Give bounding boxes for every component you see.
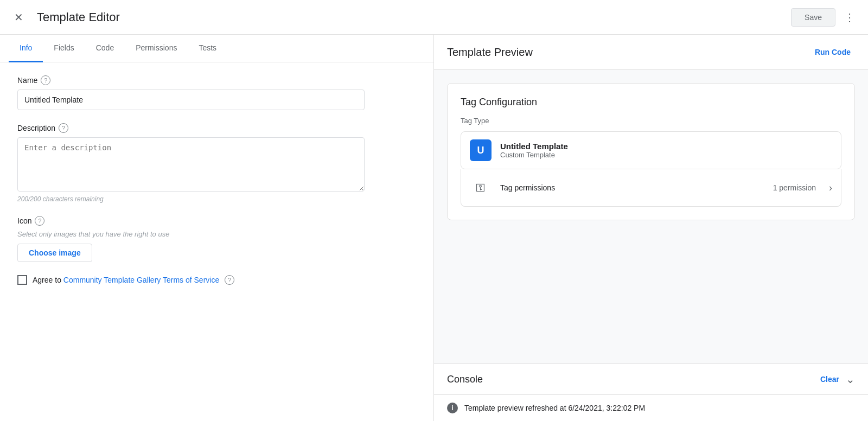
tos-text: Agree to Community Template Gallery Term… [33, 276, 219, 284]
tos-section: Agree to Community Template Gallery Term… [17, 275, 416, 285]
header-actions: Save ⋮ [791, 8, 859, 27]
preview-title: Template Preview [447, 46, 533, 59]
console-section: Console Clear ⌄ i Template preview refre… [434, 363, 868, 421]
chevron-right-icon: › [829, 182, 832, 194]
main-layout: Info Fields Code Permissions Tests Name … [0, 35, 868, 421]
right-panel-header: Template Preview Run Code [434, 35, 868, 70]
form-content: Name ? Description ? 200/200 characters … [0, 62, 433, 298]
name-help-icon[interactable]: ? [41, 75, 50, 85]
tab-tests[interactable]: Tests [188, 35, 227, 62]
description-group: Description ? 200/200 characters remaini… [17, 123, 416, 203]
choose-image-button[interactable]: Choose image [17, 244, 92, 262]
console-info-icon: i [447, 403, 458, 413]
icon-group: Icon ? Select only images that you have … [17, 216, 416, 262]
tab-code[interactable]: Code [85, 35, 125, 62]
console-message: Template preview refreshed at 6/24/2021,… [464, 404, 645, 412]
left-panel: Info Fields Code Permissions Tests Name … [0, 35, 434, 421]
tab-permissions[interactable]: Permissions [125, 35, 188, 62]
close-icon: ✕ [14, 11, 23, 24]
char-count: 200/200 characters remaining [17, 195, 416, 203]
clear-button[interactable]: Clear [820, 375, 839, 384]
tag-name: Untitled Template [500, 142, 832, 151]
save-button[interactable]: Save [791, 8, 835, 27]
permissions-label: Tag permissions [500, 183, 764, 192]
tos-help-icon[interactable]: ? [225, 275, 234, 285]
name-input[interactable] [17, 90, 365, 110]
right-panel: Template Preview Run Code Tag Configurat… [434, 35, 868, 421]
tag-config-card: Tag Configuration Tag Type U Untitled Te… [447, 83, 855, 220]
tos-checkbox[interactable] [17, 275, 27, 285]
more-icon: ⋮ [844, 11, 855, 24]
description-help-icon[interactable]: ? [59, 123, 68, 133]
tag-type-label: Tag Type [461, 117, 841, 125]
icon-label: Icon ? [17, 216, 416, 226]
tos-link[interactable]: Community Template Gallery Terms of Serv… [63, 276, 219, 284]
tab-info[interactable]: Info [9, 35, 43, 62]
name-label: Name ? [17, 75, 416, 85]
console-actions: Clear ⌄ [820, 373, 855, 386]
tag-type-name: Custom Template [500, 151, 832, 159]
tab-fields[interactable]: Fields [43, 35, 85, 62]
description-input[interactable] [17, 137, 365, 192]
expand-icon[interactable]: ⌄ [846, 373, 855, 386]
key-icon: ⚿ [470, 177, 492, 199]
more-menu-button[interactable]: ⋮ [840, 8, 859, 27]
preview-content: Tag Configuration Tag Type U Untitled Te… [434, 70, 868, 363]
tabs: Info Fields Code Permissions Tests [0, 35, 433, 62]
console-log: i Template preview refreshed at 6/24/202… [434, 395, 868, 421]
run-code-button[interactable]: Run Code [810, 43, 855, 61]
console-header: Console Clear ⌄ [434, 364, 868, 395]
close-button[interactable]: ✕ [9, 8, 28, 27]
console-title: Console [447, 374, 483, 385]
tag-info: Untitled Template Custom Template [500, 142, 832, 159]
name-group: Name ? [17, 75, 416, 110]
tag-type-item[interactable]: U Untitled Template Custom Template [461, 131, 841, 169]
tag-config-title: Tag Configuration [461, 97, 841, 108]
permissions-count: 1 permission [773, 183, 816, 192]
header: ✕ Template Editor Save ⋮ [0, 0, 868, 35]
page-title: Template Editor [37, 10, 791, 24]
tag-permissions-row[interactable]: ⚿ Tag permissions 1 permission › [461, 169, 841, 207]
icon-help-icon[interactable]: ? [35, 216, 44, 226]
icon-note: Select only images that you have the rig… [17, 230, 416, 238]
tag-icon: U [470, 139, 492, 161]
description-label: Description ? [17, 123, 416, 133]
